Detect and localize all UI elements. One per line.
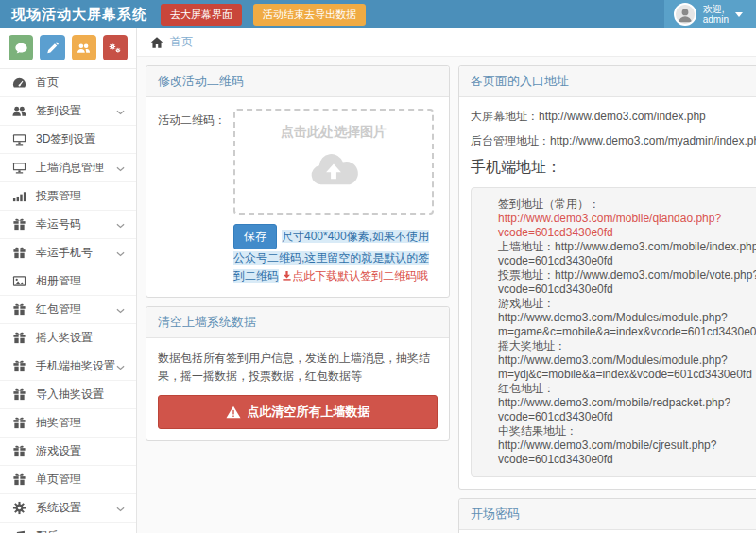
qr-panel-title: 修改活动二维码 [146,66,449,97]
mobile-urls-heading: 手机端地址： [471,158,756,178]
mobile-link-entry: 投票地址：http://www.demo3.com/mobile/vote.ph… [498,268,756,297]
qr-panel: 修改活动二维码 活动二维码： 点击此处选择图片 保存尺寸400*400像素,如果… [146,65,450,298]
admin-label: 后台管理地址： [471,134,550,147]
sidebar-item-checkin-settings[interactable]: 签到设置 [0,97,136,126]
password-panel-title: 开场密码 [459,499,756,530]
users-button[interactable] [72,35,96,60]
sidebar-item-label: 首页 [36,75,125,91]
shake-prize-url: http://www.demo3.com/Modules/module.php?… [498,353,752,381]
mobile-link-entry: 摇大奖地址：http://www.demo3.com/Modules/modul… [498,339,756,382]
welcome-text: 欢迎, admin [703,4,729,25]
sidebar-item-music[interactable]: 配乐 [0,523,136,533]
sidebar-item-label: 导入抽奖设置 [36,387,125,403]
big-screen-label: 大屏幕地址： [471,110,539,123]
gift-icon [12,473,27,487]
sidebar-item-label: 单页管理 [36,472,125,488]
mobile-link-label: 投票地址： [498,268,555,282]
sidebar-item-3d-checkin[interactable]: 3D签到设置 [0,126,136,154]
export-data-button[interactable]: 活动结束去导出数据 [253,4,366,26]
app-title: 现场活动大屏幕系统 [0,6,161,24]
sidebar-item-shake-prize[interactable]: 摇大奖设置 [0,324,136,352]
opening-password-panel: 开场密码 [458,498,756,533]
user-avatar [674,3,696,26]
chevron-down-icon [116,162,125,175]
mobile-link-entry: 红包地址：http://www.demo3.com/mobile/redpack… [498,382,756,424]
sidebar-item-lucky-phone[interactable]: 幸运手机号 [0,239,136,267]
clear-all-data-button[interactable]: 点此清空所有上墙数据 [158,395,438,429]
clear-data-panel: 清空上墙系统数据 数据包括所有签到用户信息，发送的上墙消息，抽奖结果，摇一摇数据… [146,306,450,441]
sidebar-item-label: 上墙消息管理 [36,160,116,176]
save-button[interactable]: 保存 [233,224,277,249]
chevron-down-icon [116,247,125,260]
admin-url: http://www.demo3.com/myadmin/index.php [550,134,756,147]
comment-icon [14,42,28,55]
edit-button[interactable] [40,35,64,60]
music-icon [12,529,27,533]
sidebar: 首页 签到设置 3D签到设置 上墙消息管理 投票管理 [0,28,137,533]
sidebar-item-single-page[interactable]: 单页管理 [0,466,136,494]
breadcrumb-home-link[interactable]: 首页 [170,34,193,50]
sidebar-item-system-settings[interactable]: 系统设置 [0,494,136,523]
gift-icon [12,217,27,232]
game-url: http://www.demo3.com/Modules/module.php?… [498,311,756,338]
bar-chart-icon [12,189,27,203]
sidebar-item-home[interactable]: 首页 [0,69,136,97]
welcome-line1: 欢迎, [703,4,725,14]
main-content: 首页 修改活动二维码 活动二维码： 点击此处选择图片 [137,28,756,533]
sidebar-item-import-lottery[interactable]: 导入抽奖设置 [0,381,136,409]
big-screen-url-line: 大屏幕地址：http://www.demo3.com/index.php [471,109,756,125]
sidebar-item-label: 摇大奖设置 [36,330,125,346]
prize-result-url: http://www.demo3.com/mobile/cjresult.php… [498,438,716,466]
sidebar-item-wall-message[interactable]: 上墙消息管理 [0,154,136,182]
sidebar-menu: 首页 签到设置 3D签到设置 上墙消息管理 投票管理 [0,69,136,533]
sidebar-item-mobile-lottery[interactable]: 手机端抽奖设置 [0,352,136,381]
clear-panel-description: 数据包括所有签到用户信息，发送的上墙消息，抽奖结果，摇一摇数据，投票数据，红包数… [158,350,438,386]
mobile-link-label: 摇大奖地址： [498,339,566,352]
users-icon [12,104,27,118]
sidebar-item-label: 抽奖管理 [36,415,125,431]
mobile-link-entry: 上墙地址：http://www.demo3.com/mobile/index.p… [498,240,756,268]
users-icon [77,42,91,55]
chevron-down-icon [116,218,125,232]
sidebar-item-label: 幸运号码 [36,216,116,232]
checkin-url-link[interactable]: http://www.demo3.com/mobile/qiandao.php?… [498,212,721,239]
clear-button-label: 点此清空所有上墙数据 [248,404,370,421]
sidebar-item-lottery-manage[interactable]: 抽奖管理 [0,409,136,438]
sidebar-item-label: 红包管理 [36,301,116,318]
monitor-icon [12,132,27,146]
chevron-down-icon [116,303,125,317]
mobile-link-label: 中奖结果地址： [498,424,577,438]
cloud-upload-icon [305,146,362,186]
gift-icon [12,246,27,260]
sidebar-item-vote[interactable]: 投票管理 [0,182,136,211]
chevron-down-icon [116,105,125,118]
redpacket-url: http://www.demo3.com/mobile/redpacket.ph… [498,396,730,423]
sidebar-toolbar [0,28,136,69]
qr-upload-dropzone[interactable]: 点击此处选择图片 [233,109,434,215]
mobile-link-label: 上墙地址： [498,240,555,253]
sidebar-item-album[interactable]: 相册管理 [0,267,136,296]
mobile-link-label: 游戏地址： [498,297,555,310]
sidebar-item-lucky-number[interactable]: 幸运号码 [0,211,136,239]
sidebar-item-label: 签到设置 [36,103,116,119]
download-link-label: 点此下载默认签到二维码哦 [292,269,428,283]
chevron-down-icon [116,360,125,373]
mobile-urls-well: 签到地址（常用）：http://www.demo3.com/mobile/qia… [471,187,756,477]
comment-button[interactable] [9,35,33,60]
mobile-link-label: 签到地址（常用）： [498,198,600,211]
pencil-icon [45,42,60,55]
top-header: 现场活动大屏幕系统 去大屏幕界面 活动结束去导出数据 欢迎, admin [0,0,756,28]
upload-placeholder: 点击此处选择图片 [281,124,387,141]
user-menu[interactable]: 欢迎, admin [664,0,756,28]
download-default-qr-link[interactable]: 点此下载默认签到二维码哦 [282,269,428,283]
download-icon [282,269,292,283]
go-big-screen-button[interactable]: 去大屏幕界面 [161,4,242,26]
sidebar-item-label: 手机端抽奖设置 [36,358,116,374]
sidebar-item-redpacket[interactable]: 红包管理 [0,296,136,324]
chevron-down-icon [735,12,743,17]
sidebar-item-game-settings[interactable]: 游戏设置 [0,438,136,466]
settings-button[interactable] [103,35,128,60]
gears-icon [108,42,122,55]
home-icon [150,36,163,49]
admin-url-line: 后台管理地址：http://www.demo3.com/myadmin/inde… [471,133,756,149]
